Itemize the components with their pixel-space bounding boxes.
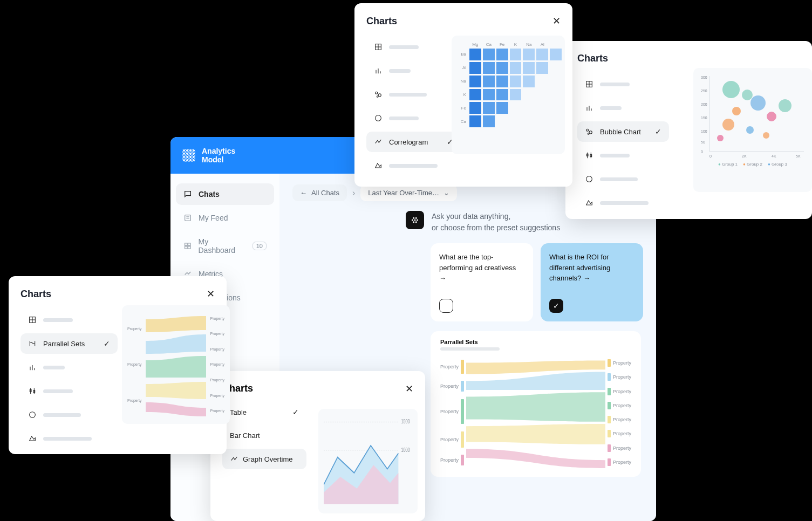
chart-label: Bubble Chart [600, 128, 649, 136]
node-label: Property [613, 360, 631, 366]
chart-option-parallel-sets[interactable]: Parrallel Sets✓ [21, 333, 118, 354]
dashboard-badge: 10 [253, 242, 267, 250]
chart-option[interactable] [21, 310, 118, 330]
suggestion-card-2[interactable]: What is the ROI for different advertisin… [541, 243, 643, 321]
svg-point-29 [586, 176, 592, 182]
line-icon [374, 138, 383, 146]
close-button[interactable]: ✕ [405, 383, 413, 395]
chart-option-bar[interactable]: Bar Chart [222, 426, 306, 445]
chart-option[interactable] [21, 405, 118, 425]
chevron-right-icon: › [352, 188, 355, 198]
chart-option[interactable] [577, 193, 669, 213]
svg-point-14 [413, 221, 414, 223]
spinner-icon [28, 410, 37, 419]
legend-item: Group 1 [722, 162, 738, 167]
bar-icon [585, 104, 593, 112]
chart-option[interactable] [21, 428, 118, 449]
svg-point-62 [376, 115, 381, 121]
chart-option[interactable] [366, 37, 461, 57]
suggestion-checkbox-checked[interactable]: ✓ [549, 299, 563, 313]
node-label: Property [210, 362, 224, 366]
close-button[interactable]: ✕ [552, 15, 561, 27]
svg-point-12 [413, 217, 414, 219]
sidebar-item-dashboard[interactable]: My Dashboard 10 [176, 231, 274, 261]
chat-icon [183, 190, 192, 198]
svg-text:200: 200 [701, 102, 707, 106]
svg-rect-4 [188, 243, 190, 246]
chart-label: Table [230, 408, 286, 416]
chart-option[interactable] [366, 84, 461, 105]
parallel-sets-card: Parrallel Sets Property Property Propert… [431, 331, 641, 477]
shape-icon [585, 198, 593, 207]
svg-point-41 [732, 107, 741, 115]
svg-rect-6 [188, 246, 190, 249]
crumb-current-label: Last Year Over-Time… [368, 189, 439, 197]
chart-option-correlogram[interactable]: Correlogram✓ [366, 132, 461, 152]
svg-point-15 [415, 221, 417, 223]
chart-option[interactable] [577, 74, 669, 94]
node-label: Property [127, 399, 141, 402]
node-label: Property [613, 403, 631, 408]
chart-option[interactable] [577, 169, 669, 189]
card-subtitle-placeholder [440, 347, 500, 351]
chart-option[interactable] [21, 357, 118, 378]
charts-popup-parallel: Charts ✕ Parrallel Sets✓ Property Proper… [9, 276, 227, 454]
sidebar-item-feed[interactable]: My Feed [176, 207, 274, 229]
arrow-left-icon: ← [300, 189, 307, 197]
node-label: Property [210, 332, 224, 335]
chart-option-bubble[interactable]: Bubble Chart✓ [577, 121, 669, 142]
ask-line2: or choose from the preset suggestions [432, 222, 560, 234]
svg-point-9 [412, 220, 413, 221]
node-label: Property [210, 394, 224, 397]
node-label: Property [613, 389, 631, 394]
chart-option[interactable] [577, 98, 669, 118]
svg-point-39 [722, 81, 740, 98]
suggestion-text: What are the top-performing ad creatives… [439, 252, 524, 284]
svg-text:250: 250 [701, 89, 707, 93]
node-label: Property [210, 409, 224, 413]
table-icon [585, 80, 593, 88]
dashboard-icon [183, 242, 192, 250]
spinner-icon [374, 114, 383, 122]
node-label: Property [613, 460, 631, 465]
svg-point-47 [717, 135, 724, 141]
parallel-icon [28, 339, 37, 348]
bubble-icon [585, 127, 593, 136]
panel-title: Charts [21, 289, 51, 300]
bubble-icon [374, 90, 383, 99]
node-label: Property [127, 362, 141, 366]
chart-option[interactable] [366, 108, 461, 128]
svg-point-22 [586, 129, 589, 131]
svg-point-11 [417, 220, 418, 221]
chevron-down-icon: ⌄ [443, 189, 449, 197]
node-label: Property [440, 437, 459, 442]
sidebar-item-chats[interactable]: Chats [176, 183, 274, 205]
brand-title-2: Model [202, 155, 235, 164]
legend-item: Group 3 [772, 162, 787, 167]
svg-text:0: 0 [709, 154, 712, 158]
chart-option[interactable] [366, 155, 461, 176]
check-icon: ✓ [104, 339, 110, 348]
brand-logo-icon [182, 149, 195, 162]
sankey-flows [466, 356, 605, 469]
suggestion-checkbox[interactable] [439, 299, 453, 313]
close-button[interactable]: ✕ [207, 288, 215, 300]
svg-point-60 [378, 94, 381, 97]
chart-option-graph-overtime[interactable]: Graph Overtime [222, 449, 306, 469]
node-label: Property [210, 317, 224, 320]
crumb-back[interactable]: ← All Chats [292, 184, 347, 201]
chart-option[interactable] [21, 381, 118, 401]
chart-option[interactable] [577, 145, 669, 166]
svg-text:300: 300 [701, 76, 707, 79]
svg-point-45 [746, 126, 754, 134]
chart-option-table[interactable]: Table ✓ [222, 402, 306, 422]
charts-popup-correlogram: Charts ✕ Correlogram✓ MgCaFeKNaAlBaAlNaK… [354, 3, 572, 187]
suggestion-card-1[interactable]: What are the top-performing ad creatives… [431, 243, 533, 321]
node-label: Property [440, 457, 459, 463]
chart-option[interactable] [366, 60, 461, 81]
crumb-current[interactable]: Last Year Over-Time… ⌄ [360, 184, 457, 201]
svg-text:1000: 1000 [401, 447, 410, 453]
svg-point-24 [588, 133, 589, 135]
svg-point-77 [30, 412, 36, 418]
svg-point-43 [722, 119, 734, 131]
